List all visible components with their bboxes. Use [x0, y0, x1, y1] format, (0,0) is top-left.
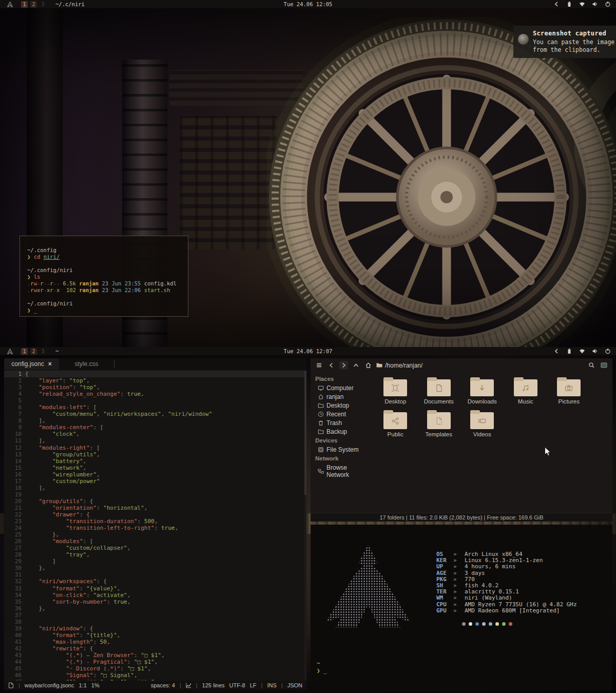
code-line[interactable]: 27 "custom/collapser",: [4, 545, 304, 551]
status-language[interactable]: JSON: [287, 682, 302, 688]
editor-scrollbar[interactable]: [304, 371, 306, 681]
power-icon[interactable]: [605, 1, 611, 7]
search-icon[interactable]: [587, 361, 596, 370]
menu-button[interactable]: [315, 361, 323, 370]
code-line[interactable]: 28 "tray",: [4, 551, 304, 558]
up-button[interactable]: [352, 361, 360, 370]
notification[interactable]: Screenshot captured You can paste the im…: [513, 26, 616, 58]
terminal-overlay[interactable]: ~/.config❯ cd niri/~/.config/niri❯ ls.rw…: [20, 236, 188, 317]
code-line[interactable]: 37: [4, 612, 304, 619]
code-line[interactable]: 12 "modules-right": [: [4, 445, 304, 451]
code-line[interactable]: 22 "drawer": {: [4, 511, 304, 518]
volume-icon[interactable]: [592, 1, 598, 7]
code-line[interactable]: 41 "max-length": 50,: [4, 639, 304, 645]
code-line[interactable]: 34 "on-click": "activate",: [4, 592, 304, 599]
power-icon[interactable]: [605, 348, 611, 354]
shell-prompt[interactable]: ~ ❯ _: [317, 660, 327, 675]
sidebar-item[interactable]: ranjan: [311, 392, 369, 401]
sidebar-item[interactable]: Computer: [311, 383, 369, 392]
code-line[interactable]: 38: [4, 619, 304, 625]
code-line[interactable]: 44 "(.*) - Pragtical": "□ $1",: [4, 659, 304, 665]
fm-content[interactable]: Desktop Documents Downloads: [369, 372, 612, 513]
status-encoding[interactable]: UTF-8: [229, 682, 245, 688]
status-eol[interactable]: LF: [250, 682, 257, 688]
sidebar-item[interactable]: Trash: [311, 418, 369, 427]
code-line[interactable]: 6 "modules-left": [: [4, 404, 304, 411]
code-line[interactable]: 16 "wireplumber",: [4, 471, 304, 478]
code-line[interactable]: 39 "niri/window": {: [4, 625, 304, 632]
scrollbar-thumb[interactable]: [304, 371, 306, 495]
tab-close-icon[interactable]: ×: [48, 360, 52, 368]
clock[interactable]: Tue 24.06 12:07: [0, 348, 616, 354]
sidebar-item[interactable]: File System: [311, 445, 369, 454]
code-line[interactable]: 43 "(.*) — Zen Browser": "□ $1",: [4, 652, 304, 659]
tab-style-css[interactable]: style.css: [59, 358, 114, 370]
code-line[interactable]: 11 ],: [4, 437, 304, 444]
status-mode[interactable]: INS: [267, 682, 276, 688]
code-line[interactable]: 24 "transition-left-to-right": true,: [4, 525, 304, 531]
code-line[interactable]: 19: [4, 491, 304, 498]
folder-item[interactable]: Documents: [417, 376, 460, 409]
fetch-terminal-window[interactable]: OS » Arch Linux x86_64 KER » Linux 6.15.…: [311, 525, 612, 690]
code-area[interactable]: 1 { 2 "layer": "top", 3 "position": "top…: [4, 371, 304, 681]
code-line[interactable]: 17 "custom/power": [4, 478, 304, 485]
code-line[interactable]: 21 "orientation": "horizontal",: [4, 505, 304, 511]
volume-icon[interactable]: [592, 348, 598, 354]
code-line[interactable]: 23 "transition-duration": 500,: [4, 518, 304, 525]
code-line[interactable]: 8 ],: [4, 417, 304, 424]
status-spaces[interactable]: spaces: 4: [151, 682, 175, 688]
code-line[interactable]: 42 "rewrite": {: [4, 645, 304, 652]
code-line[interactable]: 30 },: [4, 565, 304, 571]
code-line[interactable]: 1 {: [4, 371, 304, 377]
wifi-icon[interactable]: [579, 1, 585, 7]
code-line[interactable]: 46 "Signal": "□ Signal",: [4, 672, 304, 679]
folder-item[interactable]: Music: [504, 376, 547, 409]
sidebar-item[interactable]: Backup: [311, 427, 369, 436]
battery-icon[interactable]: [566, 348, 572, 354]
code-line[interactable]: 2 "layer": "top",: [4, 377, 304, 384]
code-line[interactable]: 33 "format": "{value}",: [4, 585, 304, 592]
folder-item[interactable]: Public: [374, 409, 417, 442]
folder-item[interactable]: Pictures: [547, 376, 590, 409]
code-line[interactable]: 29 ]: [4, 558, 304, 565]
code-line[interactable]: 45 "· Discord (.*)": "□ $1",: [4, 665, 304, 672]
home-button[interactable]: [364, 361, 373, 370]
code-line[interactable]: 4 "reload_style_on_change": true,: [4, 391, 304, 397]
folder-item[interactable]: Desktop: [374, 376, 417, 409]
forward-button[interactable]: [339, 361, 348, 370]
tab-config-jsonc[interactable]: config.jsonc ×: [4, 358, 59, 370]
sidebar-section: Network Browse Network: [311, 454, 369, 479]
sidebar-item[interactable]: Recent: [311, 410, 369, 418]
code-line[interactable]: 20 "group/utils": {: [4, 498, 304, 505]
code-line[interactable]: 14 "battery",: [4, 458, 304, 465]
folder-item[interactable]: Templates: [417, 409, 460, 442]
chevron-left-icon[interactable]: [553, 1, 560, 7]
chevron-left-icon[interactable]: [553, 348, 560, 354]
sidebar-item[interactable]: Desktop: [311, 401, 369, 410]
code-line[interactable]: 36 },: [4, 605, 304, 612]
code-line[interactable]: 15 "network",: [4, 465, 304, 471]
terminal-panel-icon[interactable]: [600, 361, 608, 370]
code-line[interactable]: 10 "clock",: [4, 431, 304, 437]
battery-icon[interactable]: [566, 1, 572, 7]
clock[interactable]: Tue 24.06 12:05: [0, 1, 616, 7]
path-bar[interactable]: /home/ranjan/: [376, 362, 584, 369]
code-line[interactable]: 31: [4, 571, 304, 578]
code-line[interactable]: 26 "modules": [: [4, 538, 304, 545]
folder-item[interactable]: Downloads: [460, 376, 504, 409]
status-filename[interactable]: waybar/config.jsonc: [25, 682, 74, 688]
sidebar-item[interactable]: Browse Network: [311, 463, 369, 479]
code-line[interactable]: 18 ],: [4, 485, 304, 491]
code-line[interactable]: 35 "sort-by-number": true,: [4, 599, 304, 605]
code-line[interactable]: 25 },: [4, 531, 304, 538]
code-line[interactable]: 7 "custom/menu", "niri/workspaces", "nir…: [4, 411, 304, 417]
back-button[interactable]: [327, 361, 336, 370]
code-line[interactable]: 40 "format": "{title}",: [4, 632, 304, 639]
code-line[interactable]: 3 "position": "top",: [4, 384, 304, 391]
code-line[interactable]: 5: [4, 397, 304, 404]
code-line[interactable]: 13 "group/utils",: [4, 451, 304, 458]
wifi-icon[interactable]: [579, 348, 585, 354]
folder-item[interactable]: Videos: [460, 409, 504, 442]
code-line[interactable]: 9 "modules-center": [: [4, 424, 304, 431]
code-line[interactable]: 32 "niri/workspaces": {: [4, 578, 304, 585]
